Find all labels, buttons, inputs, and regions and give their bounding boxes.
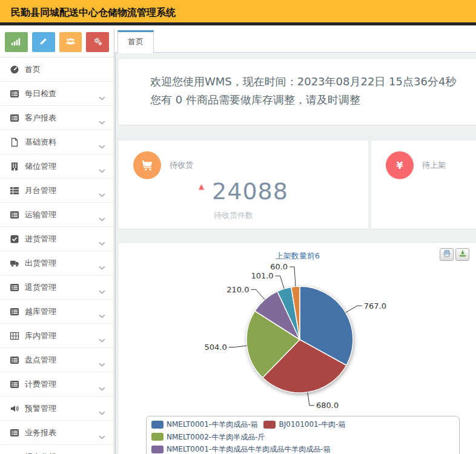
sidebar-item[interactable]: 月台管理 [0, 179, 114, 203]
sidebar-item[interactable]: 每日检查 [0, 82, 114, 106]
download-button[interactable] [455, 248, 469, 261]
pending-receive-sublabel: 待收货件数 [212, 210, 288, 221]
sidebar-item[interactable]: 客户报表 [0, 106, 114, 130]
sidebar-item[interactable]: 库内管理 [0, 324, 114, 348]
pie-data-label: 210.0 [226, 285, 249, 294]
sidebar-item[interactable]: 出货管理 [0, 251, 114, 275]
chevron-down-icon [99, 406, 105, 410]
chevron-down-icon [99, 382, 105, 386]
stats-row: 待收货 ▲ 24088 待收货件数 ¥ 待上架 [119, 140, 476, 229]
stat-card-pending-shelve: ¥ 待上架 [371, 140, 476, 229]
edit-button[interactable] [32, 32, 55, 52]
welcome-line1: 欢迎您使用WMS，现在时间：2023年08月22日 15点36分4秒 [150, 73, 476, 91]
settings-button[interactable] [86, 32, 109, 52]
print-icon [443, 249, 451, 260]
legend-swatch [151, 421, 164, 429]
chart-panel: 上架数量前6 767.0680.0504.0210.0101.060.0 NME… [119, 242, 476, 454]
stats-button[interactable] [5, 32, 28, 52]
legend-swatch [151, 433, 164, 441]
stat-card-title: 待收货 [170, 160, 193, 171]
pie-data-label: 504.0 [204, 343, 226, 352]
chevron-down-icon [99, 188, 105, 192]
sidebar-item[interactable]: 储位管理 [0, 154, 114, 179]
pie-chart: 767.0680.0504.0210.0101.060.0 [119, 260, 476, 415]
list-icon [10, 380, 19, 389]
legend-item[interactable]: NMELT0001-牛羊肉成品牛羊肉成品牛羊肉成品-箱 [151, 444, 330, 454]
legend-item[interactable]: NMELT0001-牛羊肉成品-箱 [151, 419, 257, 430]
chart-icon [10, 452, 19, 454]
legend-item[interactable]: BJ0101001-牛肉-箱 [263, 419, 345, 430]
tab-strip: 首页 [115, 28, 476, 53]
pie-data-label: 101.0 [251, 271, 273, 280]
sidebar-menu: 首页 每日检查 客户报表 基础资料 储位管理 月台管理 运输管理 进货管理 [0, 58, 114, 454]
list-icon [10, 355, 19, 365]
film-icon [10, 331, 19, 341]
cart-icon [133, 151, 161, 179]
print-button[interactable] [440, 248, 454, 261]
list-icon [10, 283, 19, 292]
sidebar-item[interactable]: 进货管理 [0, 227, 114, 251]
legend-label: NMELT0001-牛羊肉成品-箱 [167, 419, 257, 430]
chevron-down-icon [99, 261, 105, 265]
th-list-icon [10, 186, 19, 196]
chevron-down-icon [99, 334, 105, 338]
chart-toolbar [440, 248, 469, 261]
legend-item[interactable]: NMELT0002-牛羊肉半成品-斤 [151, 432, 265, 442]
yen-icon: ¥ [386, 151, 414, 179]
sidebar-item[interactable]: 首页 [0, 58, 114, 82]
download-icon [458, 249, 467, 260]
app-title: 民勤县同城配送中心仓储物流管理系统 [0, 0, 476, 25]
building-icon [10, 162, 19, 171]
sidebar-item[interactable]: 报表分析 [0, 445, 114, 454]
sidebar-item[interactable]: 盘点管理 [0, 348, 114, 372]
legend-label: NMELT0001-牛羊肉成品牛羊肉成品牛羊肉成品-箱 [167, 444, 330, 454]
stat-card-pending-receive: 待收货 ▲ 24088 待收货件数 [119, 140, 368, 229]
chevron-down-icon [99, 237, 105, 241]
chevron-down-icon [99, 140, 105, 144]
welcome-panel: 欢迎您使用WMS，现在时间：2023年08月22日 15点36分4秒 您有 0 … [119, 58, 476, 125]
list-icon [10, 307, 19, 317]
legend-label: BJ0101001-牛肉-箱 [279, 419, 345, 430]
stat-card-title: 待上架 [422, 160, 446, 171]
pie-data-label: 60.0 [270, 262, 288, 271]
main-area: 首页 欢迎您使用WMS，现在时间：2023年08月22日 15点36分4秒 您有… [115, 28, 476, 454]
trend-up-icon: ▲ [199, 182, 204, 191]
chart-legend: NMELT0001-牛羊肉成品-箱BJ0101001-牛肉-箱NMELT0002… [146, 416, 460, 454]
tab-home[interactable]: 首页 [117, 30, 154, 53]
tab-home-label: 首页 [128, 37, 144, 46]
chevron-down-icon [99, 430, 105, 435]
content-area: 欢迎您使用WMS，现在时间：2023年08月22日 15点36分4秒 您有 0 … [115, 53, 476, 454]
chevron-down-icon [99, 164, 105, 168]
sidebar-item[interactable]: 退货管理 [0, 275, 114, 300]
list-icon [10, 89, 19, 99]
users-button[interactable] [59, 32, 82, 52]
legend-label: NMELT0002-牛羊肉半成品-斤 [167, 432, 265, 442]
pie-data-label: 680.0 [316, 401, 339, 410]
sidebar-item[interactable]: 运输管理 [0, 203, 114, 227]
sidebar-item[interactable]: 基础资料 [0, 130, 114, 154]
sidebar-item[interactable]: 计费管理 [0, 372, 114, 396]
chevron-down-icon [99, 91, 105, 96]
chevron-down-icon [99, 285, 105, 289]
welcome-line2: 您有 0 件商品需要做库存调整，请及时调整 [150, 91, 476, 109]
list-icon [10, 210, 19, 220]
sidebar-item[interactable]: 业务报表 [0, 421, 114, 445]
gears-icon [93, 37, 103, 48]
check-square-icon [10, 234, 19, 244]
pending-receive-value: 24088 [212, 178, 288, 205]
legend-swatch [151, 446, 164, 453]
users-icon [65, 37, 76, 48]
app-header: 民勤县同城配送中心仓储物流管理系统 [0, 0, 476, 25]
chevron-down-icon [99, 116, 105, 120]
volume-icon [10, 404, 19, 413]
pie-data-label: 767.0 [364, 301, 386, 311]
dashboard-icon [10, 65, 19, 74]
legend-swatch [263, 421, 276, 429]
sidebar-toolbar [0, 28, 114, 58]
file-icon [10, 137, 19, 147]
chevron-down-icon [99, 212, 105, 217]
sidebar-item[interactable]: 预警管理 [0, 396, 114, 421]
sidebar-item[interactable]: 越库管理 [0, 300, 114, 324]
chevron-down-icon [99, 358, 105, 362]
truck-icon [10, 258, 19, 268]
